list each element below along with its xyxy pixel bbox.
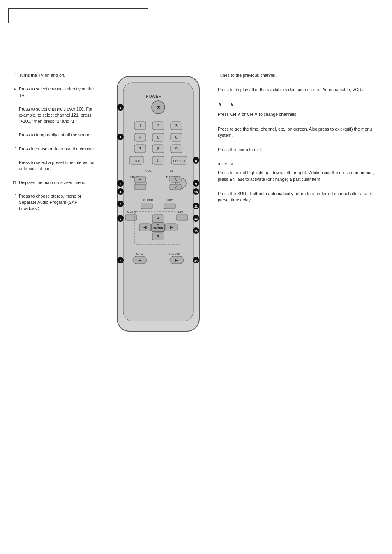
desc-exit: Press the menu to exit. bbox=[218, 147, 262, 153]
right-item-prech: Tunes to the previous channel. bbox=[218, 72, 384, 78]
svg-text:CH: CH bbox=[170, 169, 175, 173]
svg-text:1: 1 bbox=[139, 124, 141, 128]
svg-text:▶: ▶ bbox=[175, 259, 178, 262]
desc-sleep: Press to select a preset time interval f… bbox=[19, 159, 99, 172]
svg-text:3: 3 bbox=[120, 182, 122, 186]
ch-down-arrow: ∨ bbox=[230, 101, 234, 107]
svg-text:+: + bbox=[139, 177, 141, 182]
svg-text:SLEEP: SLEEP bbox=[143, 199, 153, 202]
svg-rect-46 bbox=[164, 203, 175, 209]
left-item-channels: « Press to select channels directly on t… bbox=[8, 86, 99, 98]
ch-up-arrow: ∧ bbox=[218, 101, 222, 107]
left-item-power: ´ Turns the TV on and off. bbox=[8, 72, 99, 78]
svg-text:+100: +100 bbox=[133, 159, 141, 163]
desc-ch-change: Press CH ∧ or CH ∨ to change channels. bbox=[218, 111, 297, 118]
svg-rect-45 bbox=[141, 203, 152, 209]
svg-text:MENU: MENU bbox=[127, 210, 137, 214]
svg-text:5: 5 bbox=[157, 135, 159, 140]
content-area: ´ Turns the TV on and off. « Press to se… bbox=[8, 72, 384, 353]
svg-text:MTS: MTS bbox=[136, 252, 143, 256]
svg-text:10: 10 bbox=[194, 190, 198, 194]
svg-text:POWER: POWER bbox=[146, 94, 161, 99]
svg-text:2: 2 bbox=[120, 136, 122, 139]
ae-marker: æ bbox=[218, 161, 222, 166]
right-column: Tunes to the previous channel. Press to … bbox=[214, 72, 384, 211]
desc-menu: Displays the main on-screen menu. bbox=[19, 180, 87, 186]
svg-text:▼: ▼ bbox=[156, 234, 160, 238]
svg-text:12: 12 bbox=[194, 217, 198, 220]
svg-text:9: 9 bbox=[175, 147, 178, 151]
desc-dpad: Press to select highlight up, down, left… bbox=[218, 170, 384, 182]
desc-mute: Press to temporarily cut off the sound. bbox=[19, 132, 92, 138]
svg-text:7: 7 bbox=[139, 147, 141, 151]
right-item-ch-arrows: ∧ ∨ Press CH ∧ or CH ∨ to change channel… bbox=[218, 101, 384, 118]
svg-text:VOL: VOL bbox=[145, 169, 152, 173]
desc-tv-video: Press to display all of the available vi… bbox=[218, 87, 364, 93]
desc-surf: Press the SURF button to automatically r… bbox=[218, 191, 384, 203]
svg-text:−: − bbox=[139, 185, 141, 189]
svg-text:3: 3 bbox=[175, 124, 178, 128]
right-item-exit: Press the menu to exit. bbox=[218, 147, 384, 153]
svg-text:14: 14 bbox=[194, 259, 198, 262]
svg-text:ENTER: ENTER bbox=[153, 227, 163, 230]
svg-text:6: 6 bbox=[175, 135, 178, 140]
svg-text:9: 9 bbox=[195, 182, 197, 186]
left-item-sleep: Press to select a preset time interval f… bbox=[8, 159, 99, 172]
svg-text:8: 8 bbox=[195, 159, 197, 163]
svg-text:∧: ∧ bbox=[174, 177, 177, 182]
page-container: ´ Turns the TV on and off. « Press to se… bbox=[0, 0, 392, 554]
svg-text:PRE·CH: PRE·CH bbox=[173, 159, 185, 163]
dpad-arrows: ∨∧ bbox=[224, 162, 233, 166]
svg-text:⏻: ⏻ bbox=[157, 106, 161, 110]
svg-text:8: 8 bbox=[157, 147, 159, 151]
svg-text:INFO: INFO bbox=[166, 199, 173, 202]
left-item-vol: ´ Press increase or decrease the volume. bbox=[8, 146, 99, 152]
header-box bbox=[8, 8, 148, 23]
svg-rect-1 bbox=[123, 83, 193, 321]
marker-power: ´ bbox=[8, 72, 16, 78]
svg-text:4: 4 bbox=[120, 190, 122, 194]
svg-text:4: 4 bbox=[139, 135, 141, 140]
desc-power: Turns the TV on and off. bbox=[19, 72, 65, 78]
left-item-mute: Press to temporarily cut off the sound. bbox=[8, 132, 99, 138]
svg-text:11: 11 bbox=[194, 205, 198, 208]
marker-vol: ´ bbox=[8, 146, 16, 152]
svg-text:6: 6 bbox=[120, 217, 122, 221]
marker-channels: « bbox=[8, 86, 16, 92]
marker-menu: f1 bbox=[8, 180, 16, 186]
right-item-dpad: æ ∨∧ Press to select highlight up, down,… bbox=[218, 161, 384, 182]
right-item-surf: Press the SURF button to automatically r… bbox=[218, 191, 384, 203]
left-item-menu: f1 Displays the main on-screen menu. bbox=[8, 180, 99, 186]
svg-text:13: 13 bbox=[194, 230, 198, 233]
desc-prech: Tunes to the previous channel. bbox=[218, 72, 277, 78]
svg-text:EXIT: EXIT bbox=[178, 210, 185, 214]
svg-text:▶: ▶ bbox=[170, 225, 173, 229]
remote-svg: POWER ⏻ 1 2 3 4 5 bbox=[109, 72, 208, 352]
desc-vol: Press increase or decrease the volume. bbox=[19, 146, 95, 152]
svg-text:R.SURF: R.SURF bbox=[169, 252, 181, 256]
svg-text:∨: ∨ bbox=[174, 185, 177, 189]
svg-text:◀: ◀ bbox=[138, 259, 141, 262]
right-item-tv-video: Press to display all of the available vi… bbox=[218, 87, 384, 93]
right-item-info: Press to see the time, channel, etc., on… bbox=[218, 126, 384, 138]
svg-text:1: 1 bbox=[120, 106, 122, 110]
svg-text:5: 5 bbox=[120, 203, 122, 206]
svg-text:2: 2 bbox=[157, 124, 159, 128]
desc-info: Press to see the time, channel, etc., on… bbox=[218, 126, 384, 138]
svg-text:0: 0 bbox=[157, 158, 159, 163]
svg-text:7: 7 bbox=[120, 259, 122, 263]
desc-100: Press to select channels over 100. For e… bbox=[19, 106, 99, 125]
remote-wrapper: POWER ⏻ 1 2 3 4 5 bbox=[109, 72, 208, 353]
svg-text:↩: ↩ bbox=[157, 223, 159, 226]
marker-mts: ´ bbox=[8, 193, 16, 199]
desc-mts: Press to choose stereo, mono or Separate… bbox=[19, 193, 99, 212]
desc-channels: Press to select channels directly on the… bbox=[19, 86, 99, 98]
left-item-100: Press to select channels over 100. For e… bbox=[8, 106, 99, 125]
svg-rect-49 bbox=[125, 215, 137, 220]
left-column: ´ Turns the TV on and off. « Press to se… bbox=[8, 72, 103, 219]
svg-text:◀: ◀ bbox=[143, 225, 147, 229]
svg-text:▲: ▲ bbox=[156, 216, 160, 220]
left-item-mts: ´ Press to choose stereo, mono or Separa… bbox=[8, 193, 99, 212]
remote-column: POWER ⏻ 1 2 3 4 5 bbox=[103, 72, 214, 353]
